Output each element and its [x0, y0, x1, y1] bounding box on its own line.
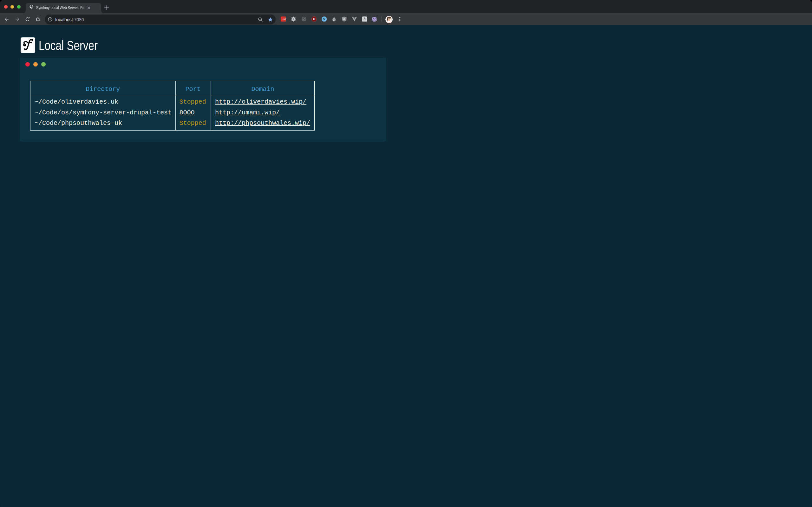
svg-text:h: h	[363, 16, 366, 21]
svg-text:V: V	[323, 17, 325, 21]
svg-text:A: A	[343, 17, 345, 20]
svg-text:U: U	[313, 17, 315, 20]
